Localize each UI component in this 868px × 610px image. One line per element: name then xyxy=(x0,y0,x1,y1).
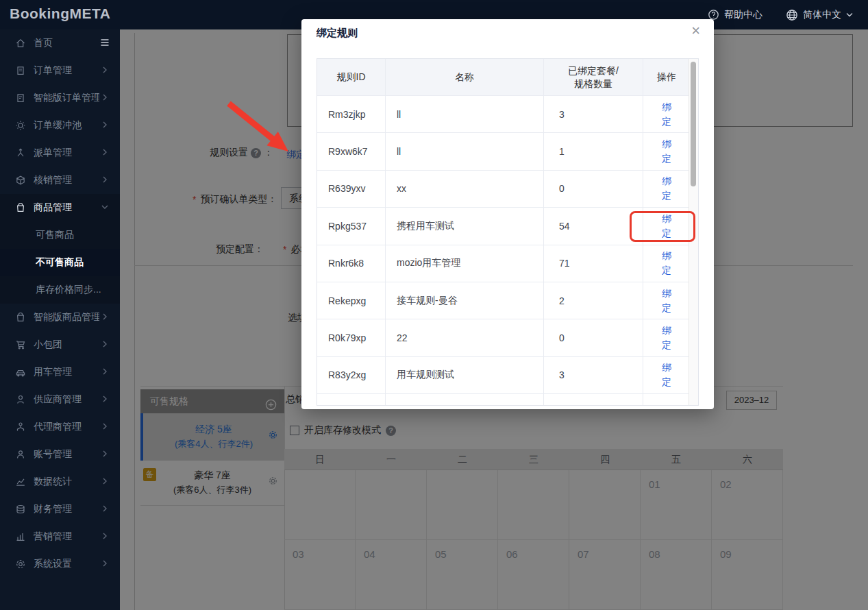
sidebar-item-statistics[interactable]: 数据统计 xyxy=(0,468,120,496)
sidebar-item-label: 智能版商品管理 xyxy=(34,311,99,324)
help-center-label: 帮助中心 xyxy=(724,9,762,21)
table-row: R9xw6k7ll1绑定 xyxy=(317,133,690,170)
topbar-right: 帮助中心 简体中文 xyxy=(708,0,853,29)
table-row: Rpkg537携程用车测试54绑定 xyxy=(317,208,690,245)
account-icon xyxy=(15,449,26,460)
app-logo[interactable]: BookingMETA xyxy=(10,5,110,22)
verification-icon xyxy=(15,175,26,186)
sidebar-item-label: 用车管理 xyxy=(34,366,99,378)
sidebar-item-marketing[interactable]: 营销管理 xyxy=(0,523,120,550)
sidebar-item-unsellable-product[interactable]: 不可售商品 xyxy=(0,249,120,276)
bind-action-link[interactable]: 绑定 xyxy=(661,137,672,166)
supplier-icon xyxy=(15,394,26,405)
close-icon[interactable]: × xyxy=(691,23,700,38)
chevron-right-icon xyxy=(99,393,110,406)
table-row: R639yxvxx0绑定 xyxy=(317,171,690,208)
sidebar-item-order-buffer[interactable]: 订单缓冲池 xyxy=(0,112,120,139)
stats-icon xyxy=(15,476,26,487)
rule-id-cell: R83y2xg xyxy=(317,357,386,393)
sidebar-item-label: 派单管理 xyxy=(34,147,99,159)
dispatch-icon xyxy=(15,147,26,158)
sidebar-item-finance[interactable]: 财务管理 xyxy=(0,496,120,523)
rule-name-cell: ll xyxy=(386,133,544,169)
sidebar-item-label: 订单缓冲池 xyxy=(34,119,99,132)
rule-name-cell xyxy=(386,394,544,406)
chevron-right-icon xyxy=(99,448,110,461)
sidebar-item-supplier[interactable]: 供应商管理 xyxy=(0,386,120,413)
sidebar-item-label: 小包团 xyxy=(34,339,99,351)
sidebar-item-system-settings[interactable]: 系统设置 xyxy=(0,550,120,578)
chevron-right-icon xyxy=(99,558,110,571)
bind-action-link[interactable]: 绑定 xyxy=(661,361,672,389)
globe-icon xyxy=(786,9,798,21)
sidebar-item-smart-order[interactable]: 智能版订单管理 xyxy=(0,84,120,112)
rules-table: 规则ID名称已绑定套餐/规格数量操作Rm3zjkpll3绑定R9xw6k7ll1… xyxy=(317,58,699,406)
bind-action-link[interactable]: 绑定 xyxy=(661,100,672,129)
bound-count-cell: 2 xyxy=(544,282,643,319)
product-icon xyxy=(15,202,26,213)
rule-id-cell: Rnkr6k8 xyxy=(317,245,386,282)
finance-icon xyxy=(15,504,26,515)
sidebar: 首页订单管理智能版订单管理订单缓冲池派单管理核销管理商品管理可售商品不可售商品库… xyxy=(0,29,120,610)
action-cell: 绑定 xyxy=(643,357,690,393)
bind-action-link[interactable]: 绑定 xyxy=(661,174,672,203)
rule-id-cell: Rpkg537 xyxy=(317,208,386,244)
bound-count-cell: 3 xyxy=(544,357,643,393)
help-center-button[interactable]: 帮助中心 xyxy=(708,9,762,21)
marketing-icon xyxy=(15,531,26,542)
table-row xyxy=(317,394,690,406)
sidebar-item-vehicle[interactable]: 用车管理 xyxy=(0,358,120,386)
order-icon xyxy=(15,65,26,76)
sidebar-item-home[interactable]: 首页 xyxy=(0,29,120,57)
sidebar-item-verification[interactable]: 核销管理 xyxy=(0,167,120,194)
sidebar-item-label: 营销管理 xyxy=(34,530,99,543)
sidebar-item-small-group[interactable]: 小包团 xyxy=(0,331,120,358)
sidebar-item-smart-product[interactable]: 智能版商品管理 xyxy=(0,304,120,331)
settings-icon xyxy=(15,559,26,570)
sidebar-item-account[interactable]: 账号管理 xyxy=(0,441,120,468)
bound-count-cell: 54 xyxy=(544,208,643,244)
sidebar-item-label: 库存价格同步... xyxy=(36,284,110,296)
rule-id-cell: R9xw6k7 xyxy=(317,133,386,169)
action-cell: 绑定 xyxy=(643,282,690,319)
action-cell: 绑定 xyxy=(643,319,690,356)
rule-id-cell: Rekepxg xyxy=(317,282,386,319)
collapse-menu-icon[interactable] xyxy=(99,37,110,50)
sidebar-item-product[interactable]: 商品管理 xyxy=(0,194,120,221)
sidebar-item-dispatch[interactable]: 派单管理 xyxy=(0,139,120,167)
sidebar-item-label: 数据统计 xyxy=(34,476,99,488)
agent-icon xyxy=(15,422,26,432)
bind-action-link[interactable]: 绑定 xyxy=(661,249,672,278)
bind-action-link[interactable]: 绑定 xyxy=(661,324,672,352)
rule-id-cell: R639yxv xyxy=(317,171,386,207)
table-row: R0k79xp220绑定 xyxy=(317,319,690,356)
bind-rule-modal: 绑定规则 × 规则ID名称已绑定套餐/规格数量操作Rm3zjkpll3绑定R9x… xyxy=(301,19,714,409)
column-header: 已绑定套餐/规格数量 xyxy=(544,59,643,95)
bound-count-cell: 1 xyxy=(544,133,643,169)
sidebar-item-label: 首页 xyxy=(34,37,99,49)
smart-product-icon xyxy=(15,312,26,323)
chevron-right-icon xyxy=(99,421,110,434)
chevron-right-icon xyxy=(99,503,110,516)
rule-id-cell xyxy=(317,394,386,406)
rule-name-cell: mozio用车管理 xyxy=(386,245,544,282)
sidebar-item-sellable-product[interactable]: 可售商品 xyxy=(0,221,120,249)
rule-name-cell: 22 xyxy=(386,319,544,356)
bind-action-link[interactable]: 绑定 xyxy=(661,286,672,315)
bind-action-link[interactable]: 绑定 xyxy=(661,212,672,241)
table-row: R83y2xg用车规则测试3绑定 xyxy=(317,357,690,394)
sidebar-item-order[interactable]: 订单管理 xyxy=(0,57,120,84)
small-group-icon xyxy=(15,339,26,350)
rule-name-cell: 接车规则-曼谷 xyxy=(386,282,544,319)
rule-name-cell: xx xyxy=(386,171,544,207)
bound-count-cell: 0 xyxy=(544,319,643,356)
sidebar-item-label: 代理商管理 xyxy=(34,421,99,433)
action-cell: 绑定 xyxy=(643,208,690,244)
chevron-right-icon xyxy=(99,530,110,544)
scrollbar-thumb[interactable] xyxy=(691,62,696,186)
sidebar-item-agent[interactable]: 代理商管理 xyxy=(0,413,120,441)
sidebar-item-inventory-price-sync[interactable]: 库存价格同步... xyxy=(0,276,120,304)
bound-count-cell: 0 xyxy=(544,171,643,207)
language-selector[interactable]: 简体中文 xyxy=(786,9,853,21)
sidebar-item-label: 财务管理 xyxy=(34,503,99,515)
